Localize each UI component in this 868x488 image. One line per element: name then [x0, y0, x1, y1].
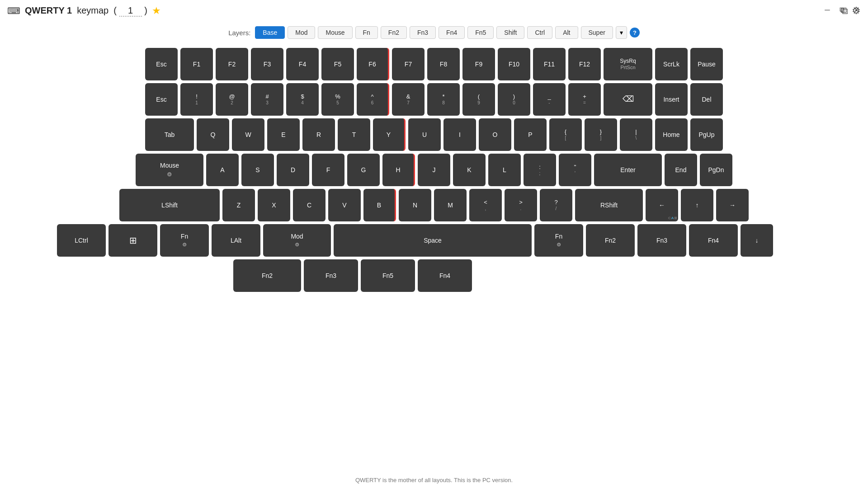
key-8[interactable]: *8 [427, 83, 460, 116]
key-fn2-bottom[interactable]: Fn2 [586, 224, 635, 257]
key-extra-fn5[interactable]: Fn5 [361, 259, 415, 292]
key-0[interactable]: )0 [498, 83, 530, 116]
layer-fn4-button[interactable]: Fn4 [439, 26, 465, 39]
key-3[interactable]: #3 [251, 83, 283, 116]
help-icon[interactable]: ? [630, 28, 640, 38]
key-t[interactable]: T [338, 118, 370, 151]
key-fn[interactable]: Fn⌾ [160, 224, 209, 257]
key-f7[interactable]: F7 [392, 48, 425, 80]
close-button[interactable]: ✕ [850, 4, 863, 16]
key-comma[interactable]: <, [469, 189, 502, 221]
key-d[interactable]: D [277, 154, 309, 186]
key-period[interactable]: >. [505, 189, 537, 221]
key-u[interactable]: U [408, 118, 441, 151]
key-4[interactable]: $4 [286, 83, 319, 116]
key-pause[interactable]: Pause [690, 48, 723, 80]
key-m[interactable]: M [434, 189, 467, 221]
key-tab[interactable]: Tab [145, 118, 194, 151]
key-sysrq[interactable]: SysRqPrtScn [604, 48, 652, 80]
key-backspace[interactable]: ⌫ [604, 83, 652, 116]
key-q[interactable]: Q [197, 118, 229, 151]
key-mouse[interactable]: Mouse⌾ [136, 154, 203, 186]
layer-alt-button[interactable]: Alt [555, 26, 578, 39]
key-space[interactable]: Space [334, 224, 532, 257]
key-f[interactable]: F [312, 154, 344, 186]
key-s[interactable]: S [241, 154, 274, 186]
key-esc[interactable]: Esc [145, 48, 178, 80]
key-a[interactable]: A [206, 154, 239, 186]
key-scrlk[interactable]: ScrLk [655, 48, 688, 80]
key-b[interactable]: B [363, 189, 396, 221]
key-g[interactable]: G [347, 154, 380, 186]
key-c[interactable]: C [293, 189, 326, 221]
key-mod[interactable]: Mod⌾ [263, 224, 331, 257]
key-p[interactable]: P [514, 118, 547, 151]
key-k[interactable]: K [453, 154, 486, 186]
key-f5[interactable]: F5 [321, 48, 354, 80]
layer-base-button[interactable]: Base [255, 26, 285, 39]
key-extra-fn3[interactable]: Fn3 [304, 259, 358, 292]
key-rbracket[interactable]: }] [585, 118, 617, 151]
key-backslash[interactable]: |\ [620, 118, 652, 151]
key-f11[interactable]: F11 [533, 48, 566, 80]
layer-fn3-button[interactable]: Fn3 [410, 26, 436, 39]
restore-button[interactable]: ⧉ [835, 4, 848, 16]
key-f3[interactable]: F3 [251, 48, 283, 80]
key-esc2[interactable]: Esc [145, 83, 178, 116]
key-arrow-up[interactable]: ↑ [681, 189, 713, 221]
key-f8[interactable]: F8 [427, 48, 460, 80]
key-pgdn[interactable]: PgDn [700, 154, 732, 186]
key-f12[interactable]: F12 [568, 48, 601, 80]
key-arrow-left[interactable]: ← CA⊞ [646, 189, 678, 221]
key-del[interactable]: Del [690, 83, 723, 116]
key-lwin[interactable]: ⊞ [108, 224, 157, 257]
key-v[interactable]: V [328, 189, 361, 221]
key-arrow-right[interactable]: → [716, 189, 749, 221]
key-extra-fn2[interactable]: Fn2 [233, 259, 301, 292]
key-enter[interactable]: Enter [594, 154, 662, 186]
key-f4[interactable]: F4 [286, 48, 319, 80]
keymap-number[interactable]: 1 [119, 5, 142, 17]
key-r[interactable]: R [302, 118, 335, 151]
layer-mouse-button[interactable]: Mouse [318, 26, 352, 39]
layer-ctrl-button[interactable]: Ctrl [527, 26, 552, 39]
layer-shift-button[interactable]: Shift [496, 26, 524, 39]
key-f1[interactable]: F1 [180, 48, 213, 80]
layer-more-dropdown[interactable]: ▾ [616, 26, 627, 39]
key-l[interactable]: L [488, 154, 521, 186]
key-y[interactable]: Y [373, 118, 406, 151]
key-quote[interactable]: "' [559, 154, 591, 186]
key-1[interactable]: !1 [180, 83, 213, 116]
key-o[interactable]: O [479, 118, 511, 151]
key-lshift[interactable]: LShift [119, 189, 220, 221]
key-j[interactable]: J [418, 154, 450, 186]
key-f6[interactable]: F6 [357, 48, 389, 80]
key-semicolon[interactable]: :; [524, 154, 556, 186]
key-minus[interactable]: _- [533, 83, 566, 116]
key-z[interactable]: Z [222, 189, 255, 221]
key-f2[interactable]: F2 [216, 48, 248, 80]
key-insert[interactable]: Insert [655, 83, 688, 116]
key-pgup[interactable]: PgUp [690, 118, 723, 151]
key-h[interactable]: H [382, 154, 415, 186]
layer-fn-button[interactable]: Fn [355, 26, 378, 39]
key-fn-right[interactable]: Fn⌾ [534, 224, 583, 257]
key-end[interactable]: End [665, 154, 697, 186]
key-home[interactable]: Home [655, 118, 688, 151]
key-w[interactable]: W [232, 118, 264, 151]
favorite-star-icon[interactable]: ★ [152, 5, 161, 17]
layer-fn5-button[interactable]: Fn5 [467, 26, 494, 39]
key-fn4-bottom[interactable]: Fn4 [689, 224, 738, 257]
key-9[interactable]: (9 [462, 83, 495, 116]
key-lalt[interactable]: LAlt [212, 224, 260, 257]
layer-mod-button[interactable]: Mod [288, 26, 315, 39]
key-lctrl[interactable]: LCtrl [57, 224, 106, 257]
key-arrow-down[interactable]: ↓ [741, 224, 773, 257]
key-lbracket[interactable]: {[ [549, 118, 582, 151]
key-equal[interactable]: += [568, 83, 601, 116]
key-rshift[interactable]: RShift [575, 189, 643, 221]
key-f10[interactable]: F10 [498, 48, 530, 80]
key-extra-fn4[interactable]: Fn4 [418, 259, 472, 292]
key-5[interactable]: %5 [321, 83, 354, 116]
key-slash[interactable]: ?/ [540, 189, 572, 221]
